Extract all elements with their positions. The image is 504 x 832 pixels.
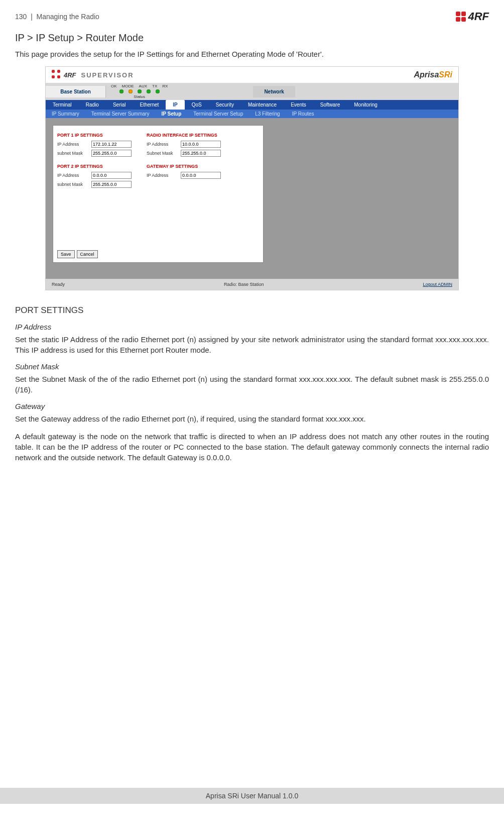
logo-text: 4RF [468,10,489,23]
footer-ready: Ready [52,282,65,287]
radio-ip-input[interactable] [181,141,221,148]
port2-title: PORT 2 IP SETTINGS [57,164,132,169]
ip-address-text: Set the static IP Address of the radio E… [15,334,489,355]
nav2-ip-setup[interactable]: IP Setup [155,110,187,118]
nav1-events[interactable]: Events [284,100,313,110]
nav1-ethernet[interactable]: Ethernet [133,100,166,110]
save-button[interactable]: Save [57,250,75,258]
page-number: 130 [15,13,27,21]
nav2-ip-summary[interactable]: IP Summary [46,110,85,118]
nav-secondary: IP Summary Terminal Server Summary IP Se… [46,110,458,118]
led-label: TX [152,84,157,88]
port1-ip-label: IP Address [57,142,87,147]
port2-ip-label: IP Address [57,173,87,178]
page-header-left: 130 | Managing the Radio [15,13,99,21]
nav1-serial[interactable]: Serial [106,100,133,110]
page-section: Managing the Radio [37,13,99,21]
logout-link[interactable]: Logout ADMIN [423,282,452,287]
led-label: AUX [139,84,147,88]
intro-text: This page provides the setup for the IP … [15,49,489,59]
port1-mask-label: subnet Mask [57,151,87,156]
port2-ip-input[interactable] [91,172,132,179]
supervisor-screenshot: 4RF SUPERVISOR AprisaSRi Base Station OK… [45,66,459,290]
supervisor-label: SUPERVISOR [81,71,134,79]
footer-radio: Radio: Base Station [224,282,264,287]
led-label: MODE [122,84,134,88]
cancel-button[interactable]: Cancel [77,250,98,258]
aprisa-brand: AprisaSRi [414,70,452,79]
port1-title: PORT 1 IP SETTINGS [57,133,132,138]
subnet-heading: Subnet Mask [15,362,489,371]
logo-4rf: 4RF [456,10,489,23]
led-label: OK [111,84,117,88]
nav1-security[interactable]: Security [209,100,241,110]
nav1-radio[interactable]: Radio [79,100,106,110]
radio-mask-label: Subnet Mask [147,151,177,156]
radio-title: RADIO INTERFACE IP SETTINGS [147,133,221,138]
nav1-software[interactable]: Software [313,100,347,110]
led-label: RX [162,84,168,88]
port-settings-heading: PORT SETTINGS [15,305,489,316]
nav2-terminal-server-setup[interactable]: Terminal Server Setup [187,110,249,118]
status-leds: OK MODE AUX TX RX Status [106,83,173,100]
station-label: Base Station [46,86,106,97]
port1-ip-input[interactable] [91,141,132,148]
ss-logo-text: 4RF [64,71,76,79]
port1-mask-input[interactable] [91,150,132,157]
port2-mask-label: subnet Mask [57,182,87,187]
nav2-terminal-server-summary[interactable]: Terminal Server Summary [85,110,156,118]
logo-dots-icon [456,12,466,22]
nav1-maintenance[interactable]: Maintenance [241,100,284,110]
gateway-text-2: A default gateway is the node on the net… [15,431,489,463]
gateway-text-1: Set the Gateway address of the radio Eth… [15,413,489,424]
radio-mask-input[interactable] [181,150,221,157]
page-title: IP > IP Setup > Router Mode [15,32,489,44]
gateway-title: GATEWAY IP SETTINGS [147,164,221,169]
manual-footer: Aprisa SRi User Manual 1.0.0 [0,788,504,804]
nav1-ip[interactable]: IP [166,100,184,110]
ip-address-heading: IP Address [15,323,489,331]
brand-prefix: Aprisa [414,70,439,79]
gateway-ip-label: IP Address [147,173,177,178]
gateway-ip-input[interactable] [181,172,221,179]
nav1-monitoring[interactable]: Monitoring [347,100,385,110]
port2-mask-input[interactable] [91,181,132,188]
ss-logo-dots-icon [52,70,62,80]
network-tab[interactable]: Network [253,86,295,97]
radio-ip-label: IP Address [147,142,177,147]
gateway-heading: Gateway [15,402,489,410]
status-text: Status [134,94,145,99]
nav2-ip-routes[interactable]: IP Routes [286,110,320,118]
brand-suffix: SRi [439,70,452,79]
nav-primary: Terminal Radio Serial Ethernet IP QoS Se… [46,100,458,110]
nav1-terminal[interactable]: Terminal [46,100,79,110]
nav2-l3-filtering[interactable]: L3 Filtering [249,110,286,118]
nav1-qos[interactable]: QoS [185,100,209,110]
subnet-text: Set the Subnet Mask of the of the radio … [15,374,489,395]
